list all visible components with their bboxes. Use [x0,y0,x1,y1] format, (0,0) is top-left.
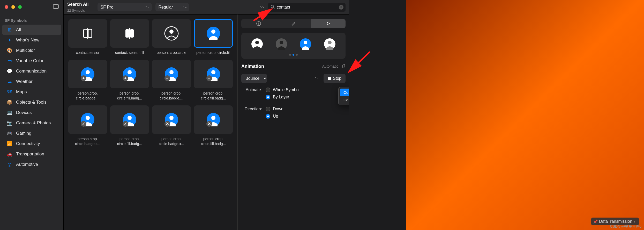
sf-symbols-window: SF Symbols ⊞All✦What's New🎨Multicolor▭Va… [0,0,349,230]
page-dots[interactable] [245,54,342,56]
svg-text:+: + [83,76,85,80]
sidebar-item-all[interactable]: ⊞All [2,25,61,35]
animation-title: Animation [241,64,322,69]
traffic-lights [5,5,22,9]
symbol-grid: contact.sensorcontact. sensor.fillperson… [68,19,233,146]
symbol-thumb[interactable]: ✓ [68,105,107,134]
effect-dropdown[interactable]: Bounce [241,74,267,83]
svg-rect-8 [130,29,134,38]
direction-option[interactable]: Down [266,107,283,111]
symbol-thumb[interactable] [152,19,191,48]
direction-label: Direction: [241,107,262,119]
symbol-thumb[interactable]: + [110,60,149,88]
menu-copy-objc[interactable]: Copy Configuration for Objective-C [340,96,349,104]
symbol-name: contact. sensor.fill [110,50,149,55]
laptop-icon: 💻 [7,110,12,116]
sidebar-item-label: Gaming [16,131,32,136]
symbol-thumb[interactable] [194,19,233,48]
title-block: Search All 22 Symbols [67,2,89,12]
symbol-thumb[interactable]: ✓ [110,105,149,134]
symbol-cell[interactable]: ✕person.crop. circle.fill.badg... [194,105,233,146]
symbol-cell[interactable]: +person.crop. circle.fill.badg... [110,60,149,101]
symbol-thumb[interactable] [68,19,107,48]
search-input[interactable] [268,3,346,12]
sidebar-item-communication[interactable]: 💬Communication [2,66,61,76]
symbol-cell[interactable]: contact. sensor.fill [110,19,149,55]
symbol-name: person.crop. circle.badge.... [68,91,107,101]
symbol-name: person.crop. circle.fill.badg... [110,91,149,101]
page-title: Search All [67,2,89,7]
svg-point-13 [211,30,215,34]
sidebar-toggle-icon[interactable] [53,4,59,10]
window-controls [0,0,63,13]
sparkle-icon: ✦ [7,37,12,43]
animate-group: Animate: Whole SymbolBy Layer [241,88,346,99]
cloud-icon: ☁ [7,79,12,84]
svg-marker-49 [327,22,330,25]
sidebar: SF Symbols ⊞All✦What's New🎨Multicolor▭Va… [0,0,64,230]
sidebar-item-devices[interactable]: 💻Devices [2,107,61,118]
symbol-name: person.crop. circle.fill.badg... [194,136,233,146]
svg-text:✓: ✓ [124,121,127,126]
symbol-cell[interactable]: ✓person.crop. circle.badge.c... [68,105,107,146]
sidebar-item-what-s-new[interactable]: ✦What's New [2,35,61,45]
animate-option[interactable]: By Layer [266,95,299,99]
symbol-cell[interactable]: person.crop. circle.fill [194,19,233,55]
svg-rect-0 [53,4,58,9]
svg-point-55 [304,41,307,44]
sidebar-item-transportation[interactable]: 🚗Transportation [2,149,61,159]
symbol-cell[interactable]: ✓person.crop. circle.fill.badg... [110,105,149,146]
direction-option[interactable]: Up [266,114,283,119]
menu-copy-swift[interactable]: Copy Configuration for Swift [340,89,349,96]
svg-point-2 [271,5,274,8]
sidebar-item-label: Communication [16,69,47,74]
sidebar-item-multicolor[interactable]: 🎨Multicolor [2,45,61,56]
sidebar-section-title: SF Symbols [0,13,63,25]
weight-dropdown[interactable]: Regular [155,3,189,11]
sidebar-item-label: Weather [16,79,33,84]
svg-rect-58 [342,64,344,67]
symbol-thumb[interactable]: + [68,60,107,88]
tab-animation[interactable] [311,19,346,28]
sidebar-item-label: All [16,27,21,32]
symbol-thumb[interactable]: − [194,60,233,88]
symbol-cell[interactable]: −person.crop. circle.badge.... [152,60,191,101]
symbol-thumb[interactable]: ✕ [194,105,233,134]
svg-point-11 [169,30,174,34]
symbol-cell[interactable]: person. crop.circle [152,19,191,55]
sidebar-item-weather[interactable]: ☁Weather [2,76,61,87]
symbol-grid-area[interactable]: contact.sensorcontact. sensor.fillperson… [64,15,237,230]
symbol-thumb[interactable] [110,19,149,48]
radio-icon [266,114,270,119]
sidebar-item-label: Automotive [16,162,38,167]
symbol-cell[interactable]: ✕person.crop. circle.badge.x... [152,105,191,146]
animate-option[interactable]: Whole Symbol [266,88,299,92]
close-window[interactable] [5,5,8,9]
symbol-thumb[interactable]: ✕ [152,105,191,134]
steer-icon: ◎ [7,162,12,167]
symbol-thumb[interactable]: − [152,60,191,88]
sidebar-item-gaming[interactable]: 🎮Gaming [2,128,61,139]
symbol-cell[interactable]: +person.crop. circle.badge.... [68,60,107,101]
sidebar-item-camera-photos[interactable]: 📷Camera & Photos [2,118,61,128]
stop-button[interactable]: Stop [324,74,346,83]
sidebar-item-maps[interactable]: 🗺Maps [2,87,61,97]
minimize-window[interactable] [11,5,15,9]
wifi-icon: 📶 [7,141,12,147]
symbol-cell[interactable]: contact.sensor [68,19,107,55]
clear-search-icon[interactable]: ✕ [339,5,343,10]
sidebar-item-objects-tools[interactable]: 📦Objects & Tools [2,97,61,107]
font-dropdown[interactable]: SF Pro [98,3,152,11]
symbol-cell[interactable]: −person.crop. circle.fill.badg... [194,60,233,101]
data-transmission-badge[interactable]: DataTransmission› [591,218,639,225]
variant-outlined [324,38,336,50]
sidebar-item-connectivity[interactable]: 📶Connectivity [2,139,61,149]
zoom-window[interactable] [18,5,22,9]
svg-text:✓: ✓ [82,121,85,126]
sidebar-item-automotive[interactable]: ◎Automotive [2,159,61,170]
copy-config-icon[interactable] [341,63,346,69]
svg-point-27 [211,70,215,74]
sidebar-item-variable-color[interactable]: ▭Variable Color [2,56,61,66]
svg-line-61 [253,10,270,21]
tab-color[interactable] [276,19,311,28]
